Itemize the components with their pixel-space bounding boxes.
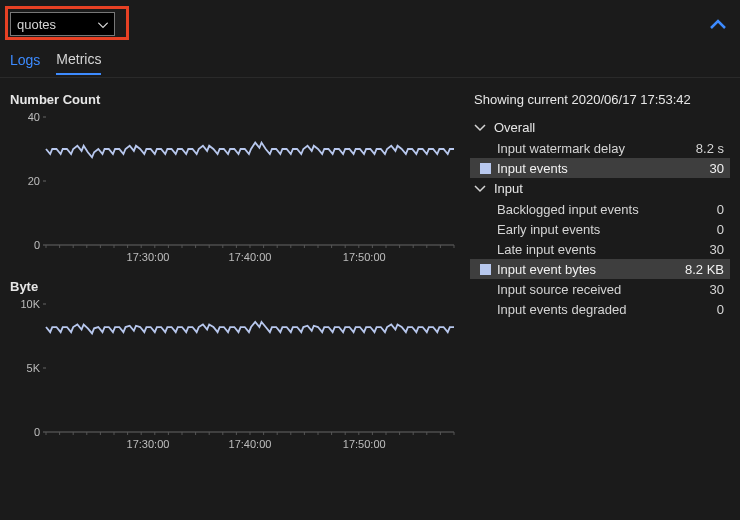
svg-text:20: 20	[28, 175, 40, 187]
svg-text:0: 0	[34, 239, 40, 251]
metric-row[interactable]: Backlogged input events0	[470, 199, 730, 219]
metric-label: Input source received	[497, 282, 704, 297]
metric-row[interactable]: Input source received30	[470, 279, 730, 299]
metric-label: Early input events	[497, 222, 711, 237]
svg-text:17:30:00: 17:30:00	[127, 251, 170, 263]
tab-logs[interactable]: Logs	[10, 52, 40, 74]
svg-text:17:40:00: 17:40:00	[229, 438, 272, 450]
svg-text:17:30:00: 17:30:00	[127, 438, 170, 450]
metric-row[interactable]: Late input events30	[470, 239, 730, 259]
svg-text:10K: 10K	[20, 298, 40, 310]
charts-area: Number Count0204017:30:0017:40:0017:50:0…	[10, 92, 460, 466]
tab-metrics[interactable]: Metrics	[56, 51, 101, 75]
metric-label: Late input events	[497, 242, 704, 257]
metric-label: Input watermark delay	[497, 141, 690, 156]
metric-value: 30	[710, 282, 724, 297]
metric-row[interactable]: Input event bytes8.2 KB	[470, 259, 730, 279]
metric-group-header[interactable]: Overall	[470, 117, 730, 138]
metrics-sidebar: Showing current 2020/06/17 17:53:42 Over…	[470, 92, 730, 466]
showing-timestamp: Showing current 2020/06/17 17:53:42	[470, 92, 730, 107]
collapse-panel-button[interactable]	[706, 13, 730, 36]
chart: 0204017:30:0017:40:0017:50:00	[10, 109, 462, 269]
chart-title: Number Count	[10, 92, 460, 107]
series-swatch	[480, 264, 491, 275]
svg-text:0: 0	[34, 426, 40, 438]
svg-text:17:50:00: 17:50:00	[343, 438, 386, 450]
metric-value: 30	[710, 161, 724, 176]
tab-bar: Logs Metrics	[0, 48, 740, 78]
chart: 05K10K17:30:0017:40:0017:50:00	[10, 296, 462, 456]
chevron-down-icon	[474, 120, 486, 135]
chevron-down-icon	[474, 181, 486, 196]
metric-value: 8.2 s	[696, 141, 724, 156]
metric-value: 0	[717, 222, 724, 237]
series-swatch	[480, 163, 491, 174]
source-dropdown-value: quotes	[17, 17, 56, 32]
metric-row[interactable]: Input events30	[470, 158, 730, 178]
metric-label: Input events	[497, 161, 704, 176]
metric-row[interactable]: Input events degraded0	[470, 299, 730, 319]
metric-value: 0	[717, 302, 724, 317]
metric-label: Backlogged input events	[497, 202, 711, 217]
source-dropdown[interactable]: quotes	[10, 12, 115, 36]
metric-row[interactable]: Early input events0	[470, 219, 730, 239]
svg-text:40: 40	[28, 111, 40, 123]
metric-group-header[interactable]: Input	[470, 178, 730, 199]
metric-value: 8.2 KB	[685, 262, 724, 277]
metric-row[interactable]: Input watermark delay8.2 s	[470, 138, 730, 158]
metric-value: 30	[710, 242, 724, 257]
metric-label: Input event bytes	[497, 262, 679, 277]
svg-text:17:40:00: 17:40:00	[229, 251, 272, 263]
metric-label: Input events degraded	[497, 302, 711, 317]
metric-group-title: Input	[494, 181, 523, 196]
metric-group-title: Overall	[494, 120, 535, 135]
metric-value: 0	[717, 202, 724, 217]
svg-text:17:50:00: 17:50:00	[343, 251, 386, 263]
chevron-down-icon	[98, 17, 108, 32]
svg-text:5K: 5K	[27, 362, 41, 374]
chart-title: Byte	[10, 279, 460, 294]
